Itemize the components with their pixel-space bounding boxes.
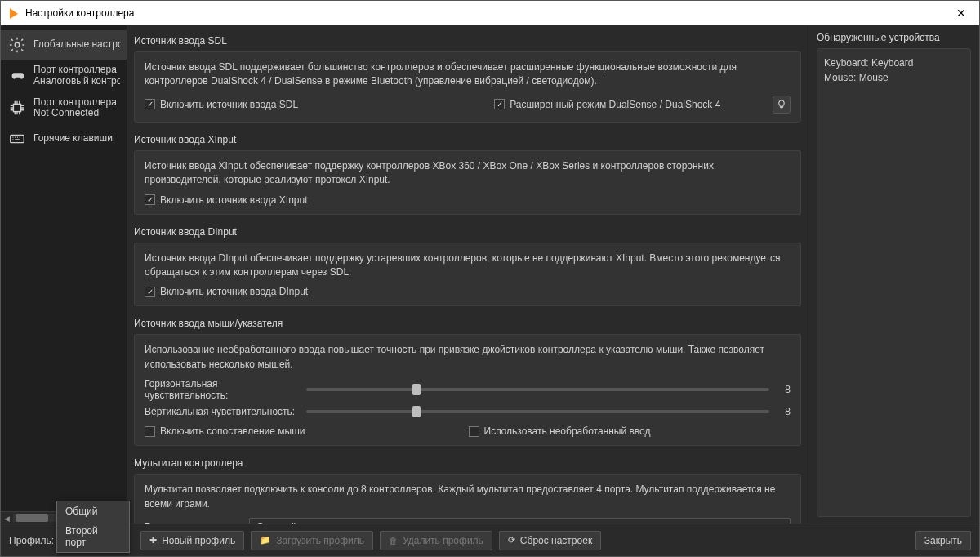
slider-value: 8 [776,384,791,395]
xinput-description: Источник ввода XInput обеспечивает подде… [145,159,791,188]
sidebar-item-label: Глобальные настро [33,39,120,51]
settings-panel: Источник ввода SDL Источник ввода SDL по… [127,25,808,524]
slider-thumb[interactable] [412,406,421,417]
scrollbar-thumb[interactable] [16,514,48,522]
button-label: Закрыть [924,535,962,546]
sidebar-item-sublabel: Not Connected [33,108,117,119]
check-icon [145,426,155,437]
sidebar-item-port1[interactable]: Порт контроллера Аналоговый контро [1,60,127,92]
led-lightbulb-button[interactable] [773,96,791,114]
check-icon [494,99,505,109]
section-title-dinput: Источник ввода DInput [134,223,801,243]
sidebar-item-hotkeys[interactable]: Горячие клавиши [1,124,127,154]
svg-rect-2 [11,136,24,143]
slider-label: Вертикальная чувствительность: [145,406,300,417]
section-title-sdl: Источник ввода SDL [134,32,801,51]
scroll-left-icon[interactable]: ◀ [1,512,13,524]
slider-label: Горизонтальная чувствительность: [145,378,300,401]
panel-mouse: Использование необработанного ввода повы… [134,334,801,446]
sidebar-item-label: Порт контроллера [33,97,117,109]
window-title: Настройки контроллера [25,7,950,19]
profile-label: Профиль: [9,535,54,546]
dinput-description: Источник ввода DInput обеспечивает подде… [145,252,791,280]
checkbox-enable-xinput[interactable]: Включить источник ввода XInput [145,194,308,206]
detected-devices-panel: Обнаруженные устройства Keyboard: Keyboa… [808,25,979,524]
multitap-description: Мультитап позволяет подключить к консоли… [145,483,791,511]
section-title-xinput: Источник ввода XInput [134,131,801,150]
check-icon [145,194,155,205]
checkbox-use-raw-input[interactable]: Использовать необработанный ввод [469,426,651,437]
mouse-description: Использование необработанного ввода повы… [145,343,791,372]
slider-track[interactable] [306,388,769,391]
svg-point-0 [15,42,20,47]
controller-settings-window: Настройки контроллера ✕ Глобальные настр… [0,0,980,557]
slider-horizontal-sensitivity[interactable]: Горизонтальная чувствительность: 8 [145,378,791,401]
svg-rect-1 [13,105,20,112]
section-title-multitap: Мультитап контроллера [134,454,801,474]
reset-settings-button[interactable]: ⟳ Сброс настроек [499,531,601,550]
checkbox-label: Включить источник ввода XInput [160,194,308,206]
titlebar: Настройки контроллера ✕ [1,1,979,25]
checkbox-label: Использовать необработанный ввод [484,426,651,437]
checkbox-label: Расширенный режим DualSense / DualShock … [510,99,720,110]
sidebar-item-label: Горячие клавиши [33,133,113,145]
folder-icon: 📁 [260,535,271,546]
panel-dinput: Источник ввода DInput обеспечивает подде… [134,243,801,307]
multitap-mode-select[interactable]: Отключён ▼ [249,518,791,524]
load-profile-button[interactable]: 📁 Загрузить профиль [251,531,373,550]
detected-device-item: Keyboard: Keyboard [824,56,964,70]
detected-devices-list: Keyboard: Keyboard Mouse: Mouse [817,48,971,517]
button-label: Загрузить профиль [276,535,364,546]
detected-devices-title: Обнаруженные устройства [817,32,971,43]
button-label: Удалить профиль [403,535,483,546]
slider-value: 8 [776,406,791,417]
profile-dropdown-popup[interactable]: Общий Второй порт [56,501,130,553]
sidebar-item-label: Порт контроллера [33,65,120,76]
button-label: Новый профиль [162,535,235,546]
section-title-mouse: Источник ввода мыши/указателя [134,314,801,334]
new-profile-button[interactable]: ✚ Новый профиль [140,531,244,550]
checkbox-enable-sdl[interactable]: Включить источник ввода SDL [145,99,298,110]
panel-multitap: Мультитап позволяет подключить к консоли… [134,474,801,524]
footer-bar: Профиль: Общий Второй порт ✚ Новый профи… [1,524,979,556]
checkbox-label: Включить источник ввода SDL [160,99,298,110]
slider-track[interactable] [306,410,769,413]
checkbox-enable-mouse-mapping[interactable]: Включить сопоставление мыши [145,426,305,437]
sidebar: Глобальные настро Порт контроллера Анало… [1,25,127,524]
sdl-description: Источник ввода SDL поддерживает большинс… [145,60,791,89]
sidebar-item-sublabel: Аналоговый контро [33,76,120,87]
app-icon [7,7,20,20]
check-icon [145,99,155,109]
keyboard-icon [7,129,27,149]
slider-thumb[interactable] [412,384,421,395]
plus-icon: ✚ [149,535,157,546]
detected-device-item: Mouse: Mouse [824,70,964,85]
panel-sdl: Источник ввода SDL поддерживает большинс… [134,51,801,123]
checkbox-label: Включить источник ввода DInput [160,286,308,297]
gear-icon [7,35,27,55]
delete-profile-button[interactable]: 🗑 Удалить профиль [380,531,492,550]
refresh-icon: ⟳ [508,535,515,546]
checkbox-enable-dinput[interactable]: Включить источник ввода DInput [145,286,308,297]
checkbox-enhanced-dualsense[interactable]: Расширенный режим DualSense / DualShock … [494,99,720,110]
button-label: Сброс настроек [520,535,592,546]
chip-icon [7,98,27,118]
check-icon [145,287,155,297]
slider-vertical-sensitivity[interactable]: Вертикальная чувствительность: 8 [145,406,791,417]
sidebar-item-port2[interactable]: Порт контроллера Not Connected [1,92,127,125]
check-icon [469,426,479,437]
trash-icon: 🗑 [389,536,398,546]
profile-option-port2[interactable]: Второй порт [57,521,129,552]
panel-xinput: Источник ввода XInput обеспечивает подде… [134,150,801,215]
close-icon[interactable]: ✕ [950,7,973,20]
gamepad-icon [7,66,27,86]
close-button[interactable]: Закрыть [915,531,971,550]
sidebar-item-global[interactable]: Глобальные настро [1,30,127,60]
checkbox-label: Включить сопоставление мыши [160,426,305,437]
profile-option-shared[interactable]: Общий [57,501,129,521]
